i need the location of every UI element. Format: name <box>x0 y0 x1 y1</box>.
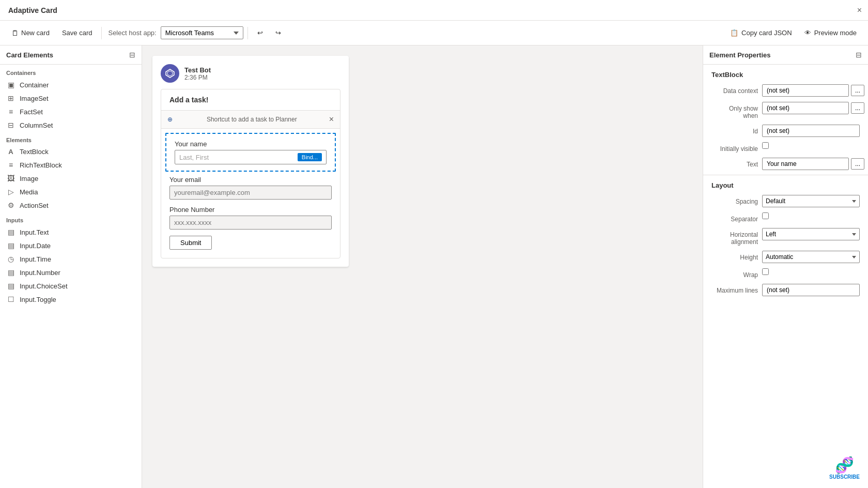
element-input-number[interactable]: ▤ Input.Number <box>0 266 142 279</box>
new-card-button[interactable]: 🗒 New card <box>6 26 55 40</box>
input-choiceset-label: Input.ChoiceSet <box>20 282 68 290</box>
host-select-container: Select host app: Microsoft Teams Cortana… <box>108 26 243 39</box>
your-name-input[interactable]: Last, First Bind... <box>175 150 327 164</box>
undo-icon: ↩ <box>257 29 263 37</box>
submit-btn-area: Submit <box>161 236 340 258</box>
right-panel: Element Properties ⊟ Card Structure ⊞ Te… <box>703 45 868 488</box>
data-context-ellipsis-button[interactable]: ... <box>851 85 864 96</box>
left-panel-collapse-button[interactable]: ⊟ <box>129 51 135 59</box>
email-label: Your email <box>169 176 332 184</box>
wrap-checkbox[interactable] <box>762 268 769 275</box>
media-label: Media <box>20 188 38 196</box>
input-date-label: Input.Date <box>20 242 51 250</box>
layout-section-title: Layout <box>703 175 868 192</box>
text-input[interactable] <box>762 158 849 170</box>
right-panel-collapse-button[interactable]: ⊟ <box>856 51 862 59</box>
element-imageset[interactable]: ⊞ ImageSet <box>0 91 142 105</box>
element-input-text[interactable]: ▤ Input.Text <box>0 225 142 239</box>
right-panel-title: Element Properties <box>709 51 771 59</box>
id-row: Id <box>703 122 868 140</box>
bot-time: 2:36 PM <box>184 74 211 81</box>
phone-form-group: Phone Number <box>161 206 340 236</box>
subscribe-watermark: 🧬 SUBSCRIBE <box>829 456 860 480</box>
copy-card-json-button[interactable]: 📋 Copy card JSON <box>725 26 797 39</box>
center-area: Test Bot 2:36 PM Add a task! ⊕ Shortcut … <box>142 45 703 488</box>
subscribe-label: SUBSCRIBE <box>829 474 860 480</box>
new-card-icon: 🗒 <box>11 29 19 37</box>
actionset-icon: ⚙ <box>6 201 16 209</box>
spacing-select[interactable]: Default None Small Medium Large ExtraLar… <box>762 195 860 207</box>
element-factset[interactable]: ≡ FactSet <box>0 105 142 118</box>
card-title: Add a task! <box>161 89 340 111</box>
bot-header: Test Bot 2:36 PM <box>161 64 340 83</box>
copy-icon: 📋 <box>730 29 738 37</box>
factset-icon: ≡ <box>6 108 16 116</box>
shortcut-icon: ⊕ <box>167 116 173 123</box>
element-input-toggle[interactable]: ☐ Input.Toggle <box>0 293 142 306</box>
element-input-time[interactable]: ◷ Input.Time <box>0 252 142 266</box>
preview-mode-button[interactable]: 👁 Preview mode <box>799 26 862 39</box>
spacing-row: Spacing Default None Small Medium Large … <box>703 192 868 210</box>
input-choiceset-icon: ▤ <box>6 282 16 290</box>
bot-avatar <box>161 64 179 83</box>
card-preview: Test Bot 2:36 PM Add a task! ⊕ Shortcut … <box>152 56 349 267</box>
image-label: Image <box>20 175 38 182</box>
submit-button[interactable]: Submit <box>169 236 212 250</box>
undo-button[interactable]: ↩ <box>252 26 268 39</box>
height-select[interactable]: Automatic Stretch <box>762 251 860 263</box>
toolbar-divider-2 <box>247 27 248 39</box>
bind-button[interactable]: Bind... <box>298 153 322 161</box>
element-media[interactable]: ▷ Media <box>0 185 142 199</box>
email-input[interactable] <box>169 186 332 200</box>
initially-visible-row: Initially visible <box>703 140 868 155</box>
image-icon: 🖼 <box>6 174 16 182</box>
element-actionset[interactable]: ⚙ ActionSet <box>0 199 142 212</box>
element-input-choiceset[interactable]: ▤ Input.ChoiceSet <box>0 279 142 293</box>
columnset-icon: ⊟ <box>6 121 16 129</box>
element-container[interactable]: ▣ Container <box>0 78 142 91</box>
element-input-date[interactable]: ▤ Input.Date <box>0 239 142 252</box>
elements-section-label: Elements <box>0 132 142 145</box>
only-show-when-input[interactable] <box>762 102 849 114</box>
close-button[interactable]: × <box>857 6 862 15</box>
text-row: Text ... <box>703 155 868 173</box>
redo-button[interactable]: ↪ <box>270 26 286 39</box>
element-textblock[interactable]: A TextBlock <box>0 145 142 158</box>
new-card-label: New card <box>21 29 50 37</box>
id-input[interactable] <box>762 125 860 137</box>
shortcut-text: Shortcut to add a task to Planner <box>207 116 297 123</box>
copy-card-json-label: Copy card JSON <box>741 29 792 37</box>
save-card-button[interactable]: Save card <box>57 26 98 39</box>
only-show-when-ellipsis-button[interactable]: ... <box>851 102 864 114</box>
id-label: Id <box>711 125 758 135</box>
input-date-icon: ▤ <box>6 241 16 250</box>
element-richtextblock[interactable]: ≡ RichTextBlock <box>0 158 142 172</box>
preview-mode-label: Preview mode <box>814 29 857 37</box>
input-toggle-label: Input.Toggle <box>20 296 56 303</box>
max-lines-value-container <box>762 284 860 296</box>
element-image[interactable]: 🖼 Image <box>0 172 142 185</box>
spacing-value-container: Default None Small Medium Large ExtraLar… <box>762 195 860 207</box>
horizontal-alignment-value-container: Left Center Right <box>762 228 860 240</box>
wrap-row: Wrap <box>703 266 868 281</box>
height-label: Height <box>711 251 758 261</box>
shortcut-close-button[interactable]: × <box>329 115 334 124</box>
id-value-container <box>762 125 860 137</box>
element-columnset[interactable]: ⊟ ColumnSet <box>0 118 142 132</box>
data-context-input[interactable] <box>762 84 849 97</box>
card-shortcut-bar: ⊕ Shortcut to add a task to Planner × <box>161 111 340 129</box>
containers-section-label: Containers <box>0 65 142 78</box>
host-select[interactable]: Microsoft Teams Cortana Skype Outlook <box>161 26 243 39</box>
separator-checkbox[interactable] <box>762 212 769 219</box>
spacing-label: Spacing <box>711 195 758 205</box>
initially-visible-checkbox[interactable] <box>762 142 769 149</box>
dialog-title: Adaptive Card <box>8 6 57 14</box>
horizontal-alignment-select[interactable]: Left Center Right <box>762 228 860 240</box>
data-context-value-container: ... <box>762 84 864 97</box>
max-lines-input[interactable] <box>762 284 860 296</box>
your-name-form-section[interactable]: Your name Last, First Bind... <box>165 133 336 172</box>
email-form-group: Your email <box>161 176 340 206</box>
phone-input[interactable] <box>169 216 332 230</box>
media-icon: ▷ <box>6 188 16 196</box>
text-ellipsis-button[interactable]: ... <box>851 158 864 170</box>
